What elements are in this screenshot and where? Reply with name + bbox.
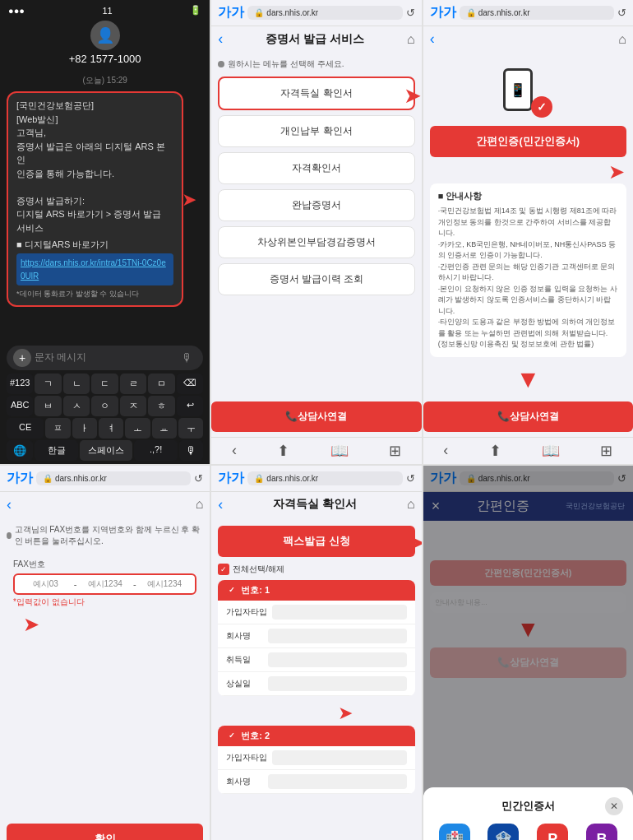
auth-item-2[interactable]: P 페이코 (531, 824, 574, 840)
sms-input-field[interactable]: 문자 메시지 (35, 350, 175, 364)
key-b[interactable]: ㅂ (35, 396, 61, 416)
menu-item-1[interactable]: 개인납부 확인서 (218, 115, 414, 147)
fax-input-3[interactable]: 예시1234 (139, 578, 191, 590)
home-button-2[interactable]: ⌂ (407, 32, 415, 47)
key-u[interactable]: ㅜ (178, 418, 203, 439)
web-bottom-nav-2: ‹ ⬆ 📖 ⊞ (211, 437, 421, 464)
arrow-fax: ➤ (7, 613, 203, 636)
consult-button-3[interactable]: 📞상담사연결 (423, 401, 633, 432)
back-button-5[interactable]: 가가 (218, 470, 244, 487)
key-h[interactable]: ㅎ (148, 396, 174, 416)
back-arrow-2[interactable]: ‹ (218, 30, 223, 48)
back-arrow-4[interactable]: ‹ (7, 496, 12, 513)
form-input-5[interactable] (268, 774, 406, 789)
home-button-3[interactable]: ⌂ (618, 32, 626, 47)
key-m[interactable]: ㅁ (148, 374, 174, 394)
sms-input-row[interactable]: + 문자 메시지 🎙 (7, 346, 203, 370)
key-o[interactable]: ㅇ (91, 396, 118, 416)
key-enter[interactable]: ↩ (177, 396, 203, 416)
back-button-4[interactable]: 가가 (7, 470, 33, 487)
key-p[interactable]: ㅍ (45, 418, 70, 439)
key-n[interactable]: ㄴ (63, 374, 90, 394)
key-delete[interactable]: ⌫ (177, 374, 203, 394)
form-input-0[interactable] (272, 605, 406, 620)
form-checkbox-2[interactable]: ✓ (226, 730, 238, 741)
nav-book-3[interactable]: 📖 (542, 442, 560, 460)
fax-input-2[interactable]: 예시1234 (79, 578, 131, 590)
back-arrow-5[interactable]: ‹ (218, 496, 223, 513)
home-button-5[interactable]: ⌂ (407, 497, 415, 512)
simple-auth-button[interactable]: 간편인증(민간인증서) (430, 126, 626, 157)
back-button-2[interactable]: 가가 (218, 4, 244, 21)
message-link-box[interactable]: https://dars.nhis.or.kr/intra/15TNi-0Cz0… (16, 253, 173, 285)
nav-back-2[interactable]: ‹ (232, 442, 237, 460)
auth-item-0[interactable]: 🏥 국민인증서 (433, 824, 476, 840)
nav-tabs-2[interactable]: ⊞ (389, 442, 401, 460)
nav-back-3[interactable]: ‹ (443, 442, 448, 460)
url-box-3[interactable]: 🔒 dars.nhis.or.kr (460, 6, 614, 20)
key-yeo[interactable]: ㅕ (99, 418, 123, 439)
key-yo[interactable]: ㅗ (125, 418, 150, 439)
checkbox-all[interactable]: ✓ 전체선택/해제 (218, 564, 414, 575)
auth-item-3[interactable]: B 뱅크샐러드 (580, 824, 623, 840)
panel-simple-auth-modal: 가가 🔒 dars.nhis.or.kr ↺ × 간편인증 국민건강보험공단 간… (423, 466, 633, 841)
menu-item-0[interactable]: 자격득실 확인서 (218, 77, 414, 110)
nav-share-2[interactable]: ⬆ (277, 442, 289, 460)
fax-inputs-row[interactable]: 예시03 - 예시1234 - 예시1234 (13, 573, 196, 595)
form-number-2: 번호: 2 (241, 730, 270, 742)
key-period[interactable]: .,?! (134, 440, 178, 461)
key-s[interactable]: ㅅ (63, 396, 90, 416)
consult-button-2[interactable]: 📞상담사연결 (211, 401, 421, 432)
refresh-button-2[interactable]: ↺ (406, 7, 415, 19)
key-j[interactable]: ㅈ (120, 396, 146, 416)
form-input-2[interactable] (268, 652, 406, 667)
menu-item-5[interactable]: 증명서 발급이력 조회 (218, 263, 414, 295)
key-r[interactable]: ㄹ (120, 374, 146, 394)
refresh-button-4[interactable]: ↺ (194, 472, 203, 485)
key-shift[interactable]: CE (7, 418, 44, 439)
lock-icon-4: 🔒 (43, 474, 53, 483)
message-line-1: [국민건강보험공단] (16, 99, 173, 113)
menu-item-4[interactable]: 차상위본인부담경감증명서 (218, 226, 414, 258)
url-box-5[interactable]: 🔒 dars.nhis.or.kr (247, 471, 402, 485)
fax-input-1[interactable]: 예시03 (20, 578, 72, 590)
modal-close-button-6[interactable]: ✕ (605, 797, 623, 815)
form-header-2: ✓ 번호: 2 (218, 726, 414, 746)
menu-item-3[interactable]: 완납증명서 (218, 189, 414, 221)
add-attachment-button[interactable]: + (13, 349, 31, 367)
menu-item-2[interactable]: 자격확인서 (218, 152, 414, 184)
auth-icon-payco: P (537, 824, 568, 840)
message-link[interactable]: https://dars.nhis.or.kr/intra/15TNi-0Cz0… (21, 258, 166, 281)
globe-key[interactable]: 🌐 (7, 440, 33, 461)
url-box-2[interactable]: 🔒 dars.nhis.or.kr (247, 6, 402, 20)
notice-title: ■ 안내사항 (438, 190, 618, 202)
mic-icon[interactable]: 🎙 (178, 349, 196, 367)
home-button-4[interactable]: ⌂ (196, 497, 204, 512)
key-abc[interactable]: ABC (7, 396, 33, 416)
back-arrow-3[interactable]: ‹ (430, 30, 435, 48)
fax-send-button[interactable]: 팩스발급 신청 (218, 526, 414, 557)
key-yoo[interactable]: ㅛ (152, 418, 177, 439)
arrow-right-sms: ➤ (182, 186, 196, 213)
form-input-3[interactable] (268, 676, 406, 691)
confirm-button[interactable]: 확인 (7, 824, 203, 840)
refresh-button-5[interactable]: ↺ (406, 472, 415, 485)
form-input-4[interactable] (272, 750, 406, 765)
form-checkbox-1[interactable]: ✓ (226, 584, 238, 596)
key-d[interactable]: ㄷ (91, 374, 118, 394)
nav-share-3[interactable]: ⬆ (489, 442, 501, 460)
key-a[interactable]: ㅏ (72, 418, 97, 439)
panel-cert-menu: 가가 🔒 dars.nhis.or.kr ↺ ‹ 증명서 발급 서비스 ⌂ 원하… (211, 0, 421, 464)
mic-key[interactable]: 🎙 (179, 440, 203, 461)
key-g[interactable]: ㄱ (35, 374, 61, 394)
back-button-3[interactable]: 가가 (430, 4, 456, 21)
space-key[interactable]: 스페이스 (80, 440, 132, 461)
key-numpad[interactable]: #123 (7, 374, 33, 394)
auth-item-1[interactable]: 🏦 신한인증서 (482, 824, 524, 840)
key-hangul[interactable]: 한글 (35, 440, 78, 461)
url-box-4[interactable]: 🔒 dars.nhis.or.kr (36, 471, 191, 485)
refresh-button-3[interactable]: ↺ (617, 7, 626, 19)
nav-tabs-3[interactable]: ⊞ (600, 442, 612, 460)
form-input-1[interactable] (268, 629, 406, 643)
nav-book-2[interactable]: 📖 (330, 442, 349, 460)
